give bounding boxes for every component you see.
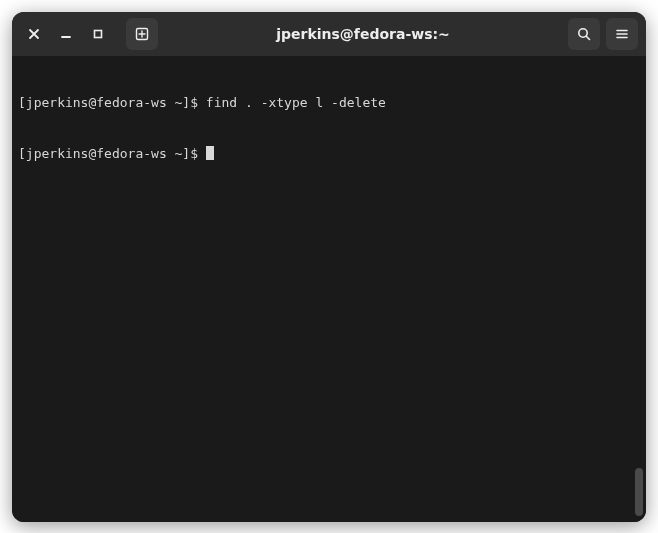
prompt-text: [jperkins@fedora-ws ~]$ (18, 95, 206, 110)
terminal-viewport[interactable]: [jperkins@fedora-ws ~]$ find . -xtype l … (12, 56, 646, 522)
terminal-line: [jperkins@fedora-ws ~]$ (18, 145, 640, 162)
close-button[interactable] (20, 20, 48, 48)
header-actions (568, 18, 638, 50)
search-icon (576, 26, 592, 42)
prompt-text: [jperkins@fedora-ws ~]$ (18, 146, 206, 161)
hamburger-icon (614, 26, 630, 42)
close-icon (28, 28, 40, 40)
new-tab-icon (134, 26, 150, 42)
maximize-button[interactable] (84, 20, 112, 48)
search-button[interactable] (568, 18, 600, 50)
scrollbar-thumb[interactable] (635, 468, 643, 516)
new-tab-button[interactable] (126, 18, 158, 50)
terminal-line: [jperkins@fedora-ws ~]$ find . -xtype l … (18, 94, 640, 111)
cursor (206, 146, 214, 160)
terminal-window: jperkins@fedora-ws:~ [jperkins@fedora-ws… (12, 12, 646, 522)
command-text: find . -xtype l -delete (206, 95, 386, 110)
minimize-button[interactable] (52, 20, 80, 48)
svg-rect-0 (95, 30, 102, 37)
titlebar: jperkins@fedora-ws:~ (12, 12, 646, 56)
minimize-icon (60, 28, 72, 40)
window-title: jperkins@fedora-ws:~ (162, 26, 564, 42)
menu-button[interactable] (606, 18, 638, 50)
maximize-icon (92, 28, 104, 40)
window-controls (20, 18, 158, 50)
